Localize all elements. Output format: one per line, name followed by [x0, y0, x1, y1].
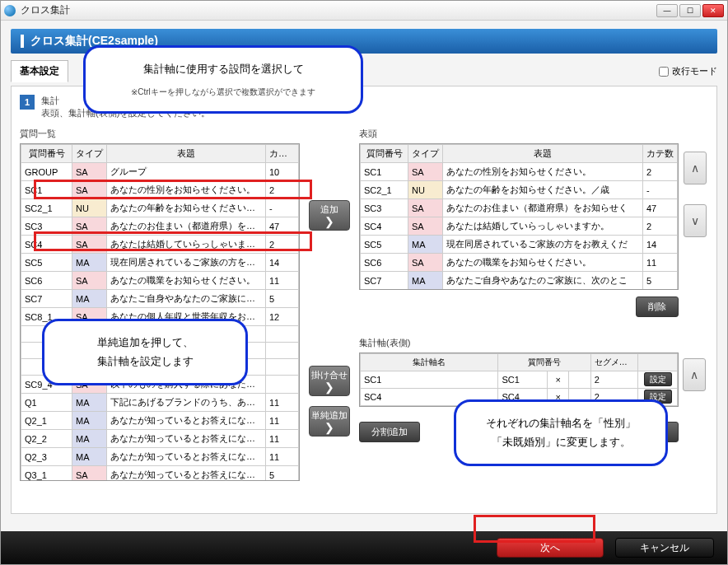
app-icon — [4, 5, 16, 16]
table-row[interactable]: SC6SAあなたの職業をお知らせください。11 — [361, 254, 678, 272]
table-row[interactable]: SC4SAあなたは結婚していらっしゃいますか。2 — [21, 236, 299, 254]
linebreak-mode[interactable]: 改行モード — [659, 65, 717, 77]
table-row[interactable]: SC2_1NUあなたの年齢をお知らせください。／歳- — [361, 181, 678, 199]
table-row[interactable]: SC5MA現在同居されているご家族の方をお教え14 — [21, 254, 299, 272]
header-table-label: 表頭 — [359, 128, 708, 140]
add-button[interactable]: 追加❯ — [309, 200, 350, 231]
table-row[interactable]: SC3SAあなたのお住まい（都道府県）をお知らせ47 — [21, 217, 299, 236]
table-row[interactable]: SC3SAあなたのお住まい（都道府県）をお知らせく47 — [361, 199, 678, 217]
table-row[interactable]: SC7MAあなたご自身やあなたのご家族に、次のとこ5 — [361, 272, 678, 290]
table-row[interactable]: SC1SAあなたの性別をお知らせください。2 — [21, 181, 299, 199]
table-row[interactable]: SC7MAあなたご自身やあなたのご家族に、次の5 — [21, 290, 299, 308]
table-row[interactable]: SC6SAあなたの職業をお知らせください。11 — [21, 272, 299, 290]
titlebar: クロス集計 — ☐ ✕ — [1, 1, 727, 21]
linebreak-checkbox[interactable] — [659, 67, 669, 77]
maximize-button[interactable]: ☐ — [679, 4, 701, 17]
chevron-right-icon: ❯ — [310, 422, 349, 433]
table-row[interactable]: SC1SAあなたの性別をお知らせください。2 — [361, 163, 678, 181]
header-delete-button[interactable]: 削除 — [636, 297, 679, 317]
minimize-button[interactable]: — — [656, 4, 678, 17]
table-row[interactable]: SC4SAあなたは結婚していらっしゃいますか。2 — [361, 217, 678, 236]
callout-select-question: 集計軸に使用する設問を選択して ※Ctrlキーを押しながら選択で複数選択ができま… — [83, 45, 363, 114]
callout-simple-add: 単純追加を押して、 集計軸を設定します — [42, 319, 248, 385]
tab-basic[interactable]: 基本設定 — [11, 60, 68, 82]
table-row[interactable]: Q2_2MAあなたが知っているとお答えになったブ11 — [21, 430, 299, 448]
axis-set-button[interactable]: 設定 — [644, 372, 672, 386]
close-button[interactable]: ✕ — [702, 4, 724, 17]
tab-strip: 基本設定 — [11, 60, 68, 82]
table-row[interactable]: Q2_3MAあなたが知っているとお答えになったブ11 — [21, 448, 299, 466]
callout-rename-axis: それぞれの集計軸名を「性別」 「未既婚別」に変更します。 — [454, 399, 668, 466]
step-number: 1 — [20, 95, 35, 110]
move-down-button[interactable]: ∨ — [684, 204, 707, 237]
table-row[interactable]: Q3_1SAあなたが知っているとお答えになったブ5 — [21, 466, 299, 482]
footer-bar: 次へ キャンセル — [1, 531, 727, 564]
split-add-button[interactable]: 分割追加 — [359, 422, 420, 442]
table-row[interactable]: SC5MA現在同居されているご家族の方をお教えくだ14 — [361, 236, 678, 254]
header-table[interactable]: 質問番号 タイプ 表題 カテ数 SC1SAあなたの性別をお知らせください。2SC… — [359, 143, 679, 290]
move-up-button[interactable]: ∧ — [684, 152, 707, 184]
chevron-right-icon: ❯ — [310, 216, 349, 227]
question-list-table[interactable]: 質問番号 タイプ 表題 カテ数 GROUPSAグループ10SC1SAあなたの性別… — [20, 143, 300, 481]
simple-add-button[interactable]: 単純追加❯ — [309, 406, 350, 437]
axis-row[interactable]: SC1SC1×2設定 — [361, 371, 678, 389]
window-title: クロス集計 — [21, 3, 656, 17]
table-row[interactable]: Q2_1MAあなたが知っているとお答えになったブ11 — [21, 412, 299, 430]
table-row[interactable]: Q1MA下記にあげるブランドのうち、あなたが11 — [21, 394, 299, 412]
axis-label: 集計軸(表側) — [359, 337, 708, 349]
table-row[interactable]: SC2_1NUあなたの年齢をお知らせください。／歳- — [21, 199, 299, 217]
next-button[interactable]: 次へ — [497, 538, 604, 558]
cancel-button[interactable]: キャンセル — [615, 538, 714, 558]
table-row[interactable]: GROUPSAグループ10 — [21, 163, 299, 181]
axis-move-up-button[interactable]: ∧ — [683, 358, 706, 391]
question-list-label: 質問一覧 — [20, 128, 300, 140]
cross-combine-button[interactable]: 掛け合せ❯ — [309, 366, 350, 396]
chevron-right-icon: ❯ — [310, 381, 349, 393]
